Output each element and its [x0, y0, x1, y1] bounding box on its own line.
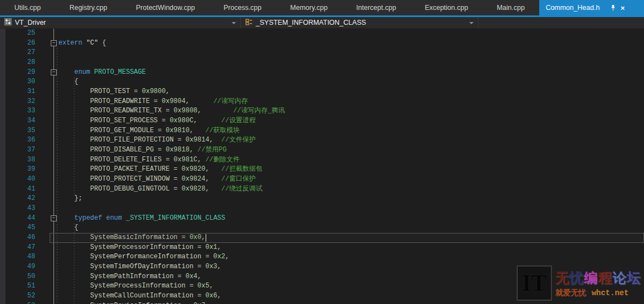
it-logo: IT [517, 265, 552, 301]
member-dropdown[interactable]: _SYSTEM_INFORMATION_CLASS [241, 17, 479, 28]
current-line-highlight [50, 233, 644, 243]
tab-label: Main.cpp [497, 4, 525, 12]
line-number: 27 [17, 48, 35, 58]
tab-exception-cpp[interactable]: Exception.cpp [410, 0, 482, 15]
line-number: 28 [17, 58, 35, 68]
line-number: 37 [17, 145, 35, 155]
tab-registry-cpp[interactable]: Registry.cpp [55, 0, 122, 15]
code-line[interactable]: SystemPerformanceInformation = 0x2, [58, 252, 229, 262]
chevron-down-icon [469, 22, 474, 24]
code-line[interactable]: }; [58, 194, 82, 204]
code-line[interactable]: { [58, 223, 78, 233]
navigation-bar: VT_Driver _SYSTEM_INFORMATION_CLASS [0, 17, 644, 29]
line-number: 34 [17, 116, 35, 126]
chevron-down-icon [232, 22, 236, 24]
tab-memory-cpp[interactable]: Memory.cpp [276, 0, 342, 15]
code-line[interactable]: PROTO_READWRITE_TX = 0x9808, //读写内存_腾讯 [58, 106, 285, 116]
enum-icon [245, 18, 253, 28]
code-line[interactable]: SystemTimeOfDayInformation = 0x3, [58, 262, 221, 272]
code-line[interactable]: PROTO_DELETE_FILES = 0x981C, //删除文件 [58, 155, 240, 165]
line-number: 42 [17, 194, 35, 204]
project-scope-dropdown[interactable]: VT_Driver [0, 17, 241, 28]
document-tab-bar: Utils.cppRegistry.cppProtectWindow.cppPr… [0, 0, 644, 15]
line-number: 53 [17, 301, 35, 304]
tab-label: Process.cpp [223, 4, 261, 12]
tab-label: ProtectWindow.cpp [136, 4, 195, 12]
code-line[interactable]: SystemProcessInformation = 0x5, [58, 281, 213, 291]
line-number: 43 [17, 204, 35, 214]
line-number: 46 [17, 233, 35, 243]
line-number: 38 [17, 155, 35, 165]
tab-utils-cpp[interactable]: Utils.cpp [0, 0, 55, 15]
member-dropdown-value: _SYSTEM_INFORMATION_CLASS [256, 19, 366, 26]
fold-collapse-toggle[interactable]: − [51, 69, 57, 75]
text-caret [206, 234, 206, 242]
line-number: 49 [17, 262, 35, 272]
tab-process-cpp[interactable]: Process.cpp [209, 0, 276, 15]
line-number: 52 [17, 291, 35, 301]
visual-studio-editor-window: Utils.cppRegistry.cppProtectWindow.cppPr… [0, 0, 644, 304]
code-line[interactable]: PROTO_PACKET_FEATURE = 0x9820, //拦截数据包 [58, 165, 262, 175]
code-line[interactable]: SystemDeviceInformation = 0x7, [58, 301, 210, 304]
navigation-bar-filler [479, 17, 644, 28]
code-line[interactable]: PROTO_FILE_PROTECTION = 0x9814, //文件保护 [58, 135, 256, 145]
line-number: 30 [17, 77, 35, 87]
code-line[interactable]: { [58, 77, 78, 87]
tab-label: Registry.cpp [69, 4, 108, 12]
cpp-project-icon [4, 18, 12, 28]
breakpoint-margin[interactable] [0, 29, 6, 304]
tab-intercept-cpp[interactable]: Intercept.cpp [342, 0, 410, 15]
line-number: 33 [17, 106, 35, 116]
line-number: 45 [17, 223, 35, 233]
line-number: 44 [17, 214, 35, 224]
code-line[interactable]: SystemPathInformation = 0x4, [58, 272, 201, 282]
line-number: 36 [17, 135, 35, 145]
watermark-slogan: 就爱无忧 [555, 288, 586, 297]
code-line[interactable]: SystemProcessorInformation = 0x1, [58, 243, 221, 253]
line-number: 50 [17, 272, 35, 282]
tab-protectwindow-cpp[interactable]: ProtectWindow.cpp [121, 0, 209, 15]
line-number: 25 [17, 29, 35, 39]
line-number: 39 [17, 165, 35, 175]
line-number: 41 [17, 184, 35, 194]
line-number: 29 [17, 68, 35, 78]
fold-collapse-toggle[interactable]: − [51, 40, 57, 46]
tab-label: Exception.cpp [425, 4, 468, 12]
code-line[interactable]: PROTO_READWRITE = 0x9804, //读写内存 [58, 97, 248, 107]
code-line[interactable]: SystemCallCountInformation = 0x6, [58, 291, 221, 301]
tab-common-head-h[interactable]: Common_Head.h× [539, 0, 644, 15]
watermark-title: 无忧编程论坛 [555, 269, 641, 287]
code-line[interactable]: PROTO_TEST = 0x9800, [58, 87, 170, 97]
project-scope-value: VT_Driver [15, 19, 46, 26]
tab-label: Intercept.cpp [356, 4, 396, 12]
line-number: 40 [17, 175, 35, 184]
line-number: 32 [17, 97, 35, 107]
line-number: 31 [17, 87, 35, 97]
code-line[interactable]: PROTO_DISABLE_PG = 0x9818, //禁用PG [58, 145, 227, 155]
code-line[interactable]: PROTO_DEBUG_GINGTOOL = 0x9828, //绕过反调试 [58, 184, 262, 194]
line-number: 51 [17, 281, 35, 291]
watermark-url: whct.net [592, 289, 629, 297]
code-editor[interactable]: 2526272829303132333435363738394041424344… [0, 29, 644, 304]
tab-label: Memory.cpp [290, 4, 328, 12]
line-number: 47 [17, 243, 35, 253]
code-line[interactable]: enum PROTO_MESSAGE [58, 68, 146, 78]
tab-label: Utils.cpp [14, 4, 41, 12]
code-line[interactable]: PROTO_GET_MODULE = 0x9810, //获取模块 [58, 126, 240, 136]
tab-main-cpp[interactable]: Main.cpp [482, 0, 539, 15]
forum-watermark: IT 无忧编程论坛 就爱无忧 whct.net [517, 265, 641, 301]
indent-guide [57, 48, 57, 304]
pin-icon[interactable] [610, 4, 616, 12]
code-line[interactable]: PROTO_PROTECT_WINDOW = 0x9824, //窗口保护 [58, 175, 256, 184]
code-line[interactable]: extern "C" { [58, 39, 106, 48]
code-line[interactable]: PROTO_SET_PROCESS = 0x980C, //设置进程 [58, 116, 256, 126]
fold-collapse-toggle[interactable]: − [51, 215, 57, 221]
code-line[interactable]: typedef enum _SYSTEM_INFORMATION_CLASS [58, 214, 225, 224]
watermark-subtitle: 就爱无忧 whct.net [555, 288, 641, 298]
tab-label: Common_Head.h [546, 4, 600, 12]
line-number: 48 [17, 252, 35, 262]
line-number: 26 [17, 39, 35, 48]
line-number: 35 [17, 126, 35, 136]
close-icon[interactable]: × [621, 4, 625, 12]
